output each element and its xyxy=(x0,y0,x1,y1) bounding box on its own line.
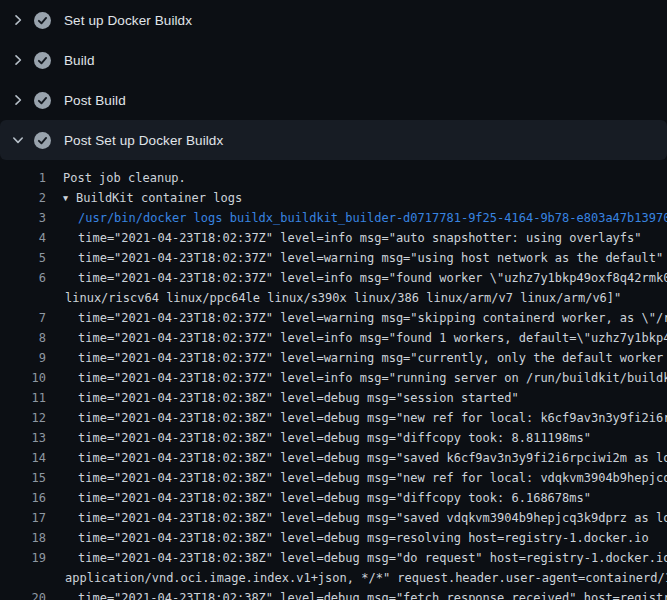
log-line-text: ▼BuildKit container logs xyxy=(63,188,242,208)
log-line-text: time="2021-04-23T18:02:37Z" level=warnin… xyxy=(78,248,663,268)
log-line-number[interactable]: 8 xyxy=(0,328,46,348)
log-line: 4time="2021-04-23T18:02:37Z" level=info … xyxy=(0,228,667,248)
log-line-text: time="2021-04-23T18:02:38Z" level=debug … xyxy=(78,548,667,568)
log-line-number[interactable]: 4 xyxy=(0,228,46,248)
chevron-right-icon xyxy=(10,52,26,68)
group-toggle-triangle-down-icon[interactable]: ▼ xyxy=(63,188,76,208)
log-line: 10time="2021-04-23T18:02:37Z" level=info… xyxy=(0,368,667,388)
log-line-text: time="2021-04-23T18:02:38Z" level=debug … xyxy=(78,488,591,508)
log-line-text: time="2021-04-23T18:02:37Z" level=info m… xyxy=(78,268,667,288)
step-sections-list: Set up Docker Buildx Build xyxy=(0,0,667,160)
log-line-text: time="2021-04-23T18:02:37Z" level=warnin… xyxy=(78,348,667,368)
log-line: 19time="2021-04-23T18:02:38Z" level=debu… xyxy=(0,548,667,568)
log-line: 11time="2021-04-23T18:02:38Z" level=debu… xyxy=(0,388,667,408)
log-line-number[interactable]: 10 xyxy=(0,368,46,388)
log-line-number[interactable]: 2 xyxy=(0,188,46,208)
log-line-text: time="2021-04-23T18:02:38Z" level=debug … xyxy=(78,428,591,448)
log-line-number[interactable]: 12 xyxy=(0,408,46,428)
log-line: linux/riscv64 linux/ppc64le linux/s390x … xyxy=(0,288,667,308)
check-circle-icon xyxy=(34,92,51,109)
chevron-icon xyxy=(10,12,26,28)
log-line: 7time="2021-04-23T18:02:37Z" level=warni… xyxy=(0,308,667,328)
log-line-text: time="2021-04-23T18:02:38Z" level=debug … xyxy=(78,388,519,408)
log-line: 20time="2021-04-23T18:02:38Z" level=debu… xyxy=(0,588,667,600)
chevron-icon xyxy=(10,132,26,148)
log-line: 14time="2021-04-23T18:02:38Z" level=debu… xyxy=(0,448,667,468)
chevron-icon xyxy=(10,52,26,68)
section-label: Post Set up Docker Buildx xyxy=(64,133,223,148)
log-line-number[interactable]: 5 xyxy=(0,248,46,268)
log-line: 2▼BuildKit container logs xyxy=(0,188,667,208)
log-line-number[interactable]: 1 xyxy=(0,168,46,188)
log-line-text: linux/riscv64 linux/ppc64le linux/s390x … xyxy=(65,288,621,308)
log-line: application/vnd.oci.image.index.v1+json,… xyxy=(0,568,667,588)
log-line-text: Post job cleanup. xyxy=(63,168,186,188)
chevron-down-icon xyxy=(10,132,26,148)
log-line-number[interactable]: 19 xyxy=(0,548,46,568)
log-line: 15time="2021-04-23T18:02:38Z" level=debu… xyxy=(0,468,667,488)
log-line-number[interactable]: 13 xyxy=(0,428,46,448)
log-line: 9time="2021-04-23T18:02:37Z" level=warni… xyxy=(0,348,667,368)
log-line-text: time="2021-04-23T18:02:38Z" level=debug … xyxy=(78,468,667,488)
log-line-number[interactable]: 9 xyxy=(0,348,46,368)
log-line: 5time="2021-04-23T18:02:37Z" level=warni… xyxy=(0,248,667,268)
step-section-header-1[interactable]: Set up Docker Buildx xyxy=(0,0,667,40)
log-command-text: /usr/bin/docker logs buildx_buildkit_bui… xyxy=(78,208,667,228)
log-line: 1Post job cleanup. xyxy=(0,168,667,188)
log-line-number[interactable]: 6 xyxy=(0,268,46,288)
check-circle-icon xyxy=(34,52,51,69)
check-circle-icon xyxy=(34,132,51,149)
log-line-number[interactable]: 20 xyxy=(0,588,46,600)
log-line-number[interactable]: 15 xyxy=(0,468,46,488)
log-line-text: time="2021-04-23T18:02:38Z" level=debug … xyxy=(78,408,667,428)
log-line: 8time="2021-04-23T18:02:37Z" level=info … xyxy=(0,328,667,348)
log-line: 17time="2021-04-23T18:02:38Z" level=debu… xyxy=(0,508,667,528)
log-line: 6time="2021-04-23T18:02:37Z" level=info … xyxy=(0,268,667,288)
log-line-number[interactable] xyxy=(0,568,46,588)
log-group-title: BuildKit container logs xyxy=(76,191,242,205)
step-section-header-3[interactable]: Post Build xyxy=(0,80,667,120)
log-line: 3/usr/bin/docker logs buildx_buildkit_bu… xyxy=(0,208,667,228)
step-section-header-4[interactable]: Post Set up Docker Buildx xyxy=(0,120,667,160)
section-label: Set up Docker Buildx xyxy=(64,13,192,28)
log-line-text: time="2021-04-23T18:02:38Z" level=debug … xyxy=(78,508,667,528)
chevron-icon xyxy=(10,92,26,108)
log-line-number[interactable]: 17 xyxy=(0,508,46,528)
log-line-number[interactable]: 14 xyxy=(0,448,46,468)
log-line-number[interactable]: 11 xyxy=(0,388,46,408)
check-circle-icon xyxy=(34,12,51,29)
chevron-right-icon xyxy=(10,92,26,108)
step-section-header-2[interactable]: Build xyxy=(0,40,667,80)
log-viewer: 1Post job cleanup.2▼BuildKit container l… xyxy=(0,160,667,600)
log-line-text: time="2021-04-23T18:02:38Z" level=debug … xyxy=(78,588,667,600)
log-line-number[interactable]: 7 xyxy=(0,308,46,328)
log-line-text: time="2021-04-23T18:02:37Z" level=info m… xyxy=(78,228,642,248)
log-line-number[interactable]: 3 xyxy=(0,208,46,228)
chevron-right-icon xyxy=(10,12,26,28)
log-line: 12time="2021-04-23T18:02:38Z" level=debu… xyxy=(0,408,667,428)
log-line: 18time="2021-04-23T18:02:38Z" level=debu… xyxy=(0,528,667,548)
log-line-text: time="2021-04-23T18:02:38Z" level=debug … xyxy=(78,528,649,548)
section-label: Post Build xyxy=(64,93,126,108)
log-line: 16time="2021-04-23T18:02:38Z" level=debu… xyxy=(0,488,667,508)
log-line-text: time="2021-04-23T18:02:38Z" level=debug … xyxy=(78,448,667,468)
log-line-number[interactable]: 18 xyxy=(0,528,46,548)
log-line-text: time="2021-04-23T18:02:37Z" level=info m… xyxy=(78,328,667,348)
log-line-text: time="2021-04-23T18:02:37Z" level=warnin… xyxy=(78,308,667,328)
log-line-number[interactable]: 16 xyxy=(0,488,46,508)
log-line-text: time="2021-04-23T18:02:37Z" level=info m… xyxy=(78,368,667,388)
log-line: 13time="2021-04-23T18:02:38Z" level=debu… xyxy=(0,428,667,448)
log-line-text: application/vnd.oci.image.index.v1+json,… xyxy=(65,568,667,588)
log-line-number[interactable] xyxy=(0,288,46,308)
section-label: Build xyxy=(64,53,95,68)
